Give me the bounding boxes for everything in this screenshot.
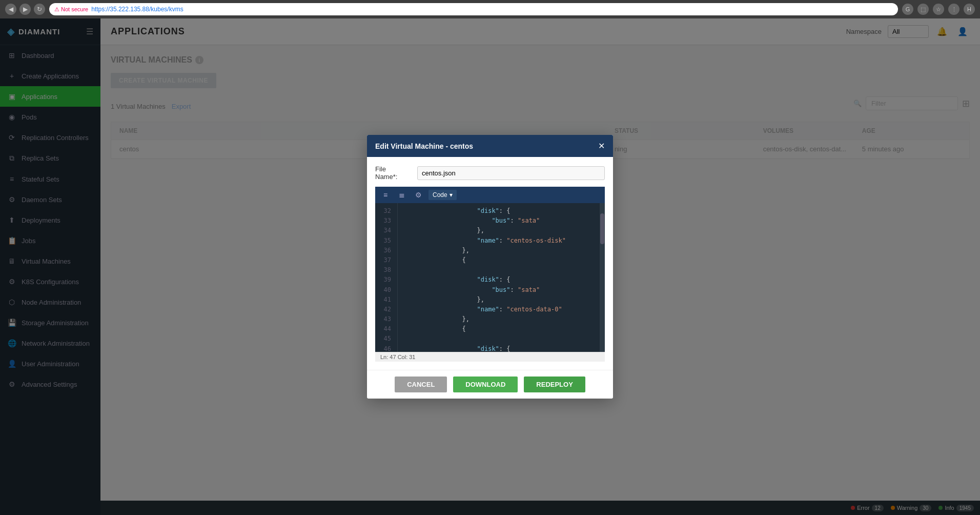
modal-header: Edit Virtual Machine - centos ✕	[367, 135, 613, 157]
code-dropdown-label: Code	[433, 191, 447, 199]
align-button[interactable]: ≣	[396, 189, 408, 201]
code-dropdown[interactable]: Code ▾	[428, 190, 457, 200]
modal-footer: CANCEL DOWNLOAD REDEPLOY	[367, 370, 613, 399]
browser-controls: ◀ ▶ ↻	[5, 4, 45, 15]
redeploy-button[interactable]: REDEPLOY	[524, 377, 585, 392]
modal-close-button[interactable]: ✕	[598, 141, 605, 151]
modal-body: FileName*: ≡ ≣ ⚙ Code ▾ 3233343536373839…	[367, 157, 613, 370]
indent-button[interactable]: ≡	[379, 189, 392, 201]
address-bar[interactable]: ⚠ Not secure https://35.222.135.88/kubes…	[49, 3, 898, 15]
extensions-icon[interactable]: ⬚	[917, 4, 929, 15]
forward-button[interactable]: ▶	[19, 4, 31, 15]
browser-right-icons: G ⬚ ☆ ⋮ H	[902, 4, 975, 15]
file-name-label: FileName*:	[375, 165, 411, 181]
profile-icon[interactable]: H	[964, 4, 975, 15]
file-name-row: FileName*:	[375, 165, 605, 181]
code-dropdown-arrow: ▾	[450, 191, 453, 199]
edit-vm-modal: Edit Virtual Machine - centos ✕ FileName…	[367, 135, 613, 399]
line-numbers: 3233343536373839404142434445464748495051…	[375, 203, 398, 352]
scrollbar[interactable]	[600, 203, 605, 352]
google-icon[interactable]: G	[902, 4, 913, 15]
download-button[interactable]: DOWNLOAD	[453, 377, 518, 392]
modal-title: Edit Virtual Machine - centos	[375, 142, 473, 150]
menu-icon[interactable]: ⋮	[948, 4, 959, 15]
code-editor[interactable]: 3233343536373839404142434445464748495051…	[375, 203, 605, 352]
code-toolbar: ≡ ≣ ⚙ Code ▾	[375, 187, 605, 203]
modal-overlay: Edit Virtual Machine - centos ✕ FileName…	[0, 18, 980, 515]
url-text: https://35.222.135.88/kubes/kvms	[91, 6, 183, 13]
bookmark-icon[interactable]: ☆	[933, 4, 944, 15]
settings-button[interactable]: ⚙	[412, 189, 424, 201]
security-indicator: ⚠ Not secure	[54, 6, 88, 13]
file-name-input[interactable]	[417, 166, 605, 180]
reload-button[interactable]: ↻	[34, 4, 45, 15]
warning-icon: ⚠	[54, 6, 59, 13]
scrollbar-thumb[interactable]	[600, 213, 604, 244]
browser-bar: ◀ ▶ ↻ ⚠ Not secure https://35.222.135.88…	[0, 0, 980, 18]
back-button[interactable]: ◀	[5, 4, 16, 15]
code-content[interactable]: "disk": { "bus": "sata" }, "name": "cent…	[398, 203, 600, 352]
code-status-bar: Ln: 47 Col: 31	[375, 352, 605, 362]
cancel-button[interactable]: CANCEL	[395, 377, 447, 392]
